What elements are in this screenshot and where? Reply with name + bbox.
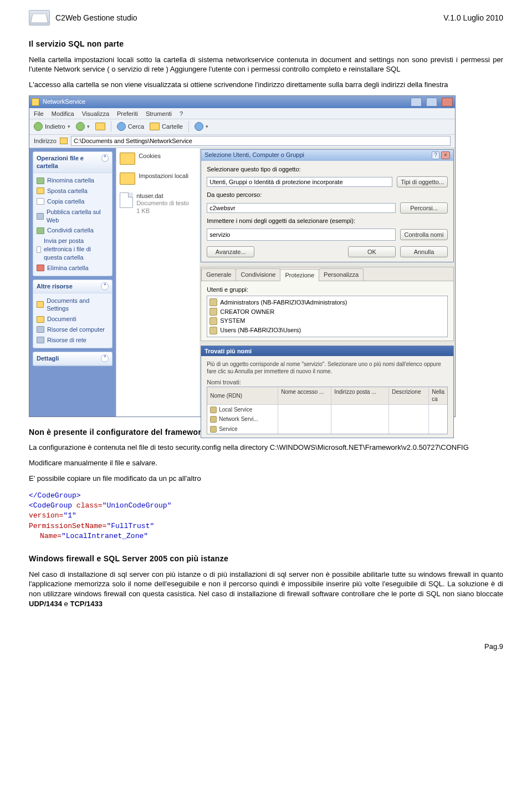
minimize-button[interactable] — [411, 98, 422, 106]
menu-view[interactable]: Visualizza — [82, 110, 109, 117]
code-val: "FullTrust" — [106, 522, 154, 530]
views-button[interactable]: ▾ — [195, 122, 208, 131]
table-row[interactable]: Local Service — [207, 405, 447, 415]
list-item: SYSTEM — [209, 316, 445, 326]
tasks-sidebar: Operazioni file e cartella˄ Rinomina car… — [29, 148, 116, 417]
panel-details-title: Dettagli — [37, 354, 59, 363]
group-icon — [209, 308, 217, 316]
section-framework-p1: La configurazione è contenuta nel file d… — [29, 443, 503, 453]
forward-button[interactable]: ▾ — [76, 122, 90, 131]
tab-security[interactable]: Protezione — [280, 269, 319, 281]
code-val: "UnionCodeGroup" — [103, 501, 172, 510]
properties-tabs: Generale Condivisione Protezione Persona… — [201, 267, 454, 341]
label-from: Da questo percorso: — [207, 191, 448, 199]
copy-icon — [37, 198, 44, 205]
tab-sharing[interactable]: Condivisione — [236, 268, 280, 281]
locations-button[interactable]: Percorsi... — [400, 202, 448, 214]
tab-customize[interactable]: Personalizza — [319, 268, 364, 281]
menu-file[interactable]: File — [34, 110, 44, 117]
ok-button[interactable]: OK — [348, 246, 396, 257]
task-rename[interactable]: Rinomina cartella — [37, 175, 109, 186]
expand-icon[interactable]: ˅ — [101, 354, 109, 362]
publish-icon — [37, 213, 44, 220]
menubar: File Modifica Visualizza Preferiti Strum… — [29, 108, 455, 119]
object-type-field: Utenti, Gruppi o Identità di protezione … — [207, 177, 392, 187]
file-icon — [120, 192, 133, 208]
menu-help[interactable]: ? — [180, 110, 183, 117]
close-icon[interactable]: × — [441, 151, 450, 159]
place-network[interactable]: Risorse di rete — [37, 335, 109, 346]
up-icon — [95, 123, 105, 130]
dialog2-title: Trovati più nomi — [201, 346, 453, 356]
col-mail[interactable]: Indirizzo posta ... — [331, 387, 389, 404]
file-list: Cookies Impostazioni locali ntuser.dat D… — [116, 148, 200, 417]
menu-edit[interactable]: Modifica — [52, 110, 74, 117]
back-button[interactable]: Indietro▾ — [34, 122, 70, 131]
col-desc[interactable]: Descrizione — [389, 387, 429, 404]
file-size: 1 KB — [136, 207, 189, 215]
names-input[interactable]: servizio — [207, 229, 396, 241]
section-sql-p2: L'accesso alla cartella se non viene vis… — [29, 80, 503, 90]
address-label: Indirizzo — [34, 137, 57, 145]
table-row[interactable]: Service — [207, 424, 447, 434]
col-access[interactable]: Nome accesso ... — [278, 387, 331, 404]
place-docsettings[interactable]: Documents and Settings — [37, 296, 109, 314]
code-attr: class= — [76, 501, 103, 510]
section-framework-p3: E' possibile copiare un file modificato … — [29, 474, 503, 484]
folder-icon — [37, 316, 44, 323]
results-grid: Nome (RDN) Nome accesso ... Indirizzo po… — [207, 387, 448, 435]
panel-details: Dettagli˅ — [33, 352, 112, 366]
col-in[interactable]: Nella ca — [429, 387, 447, 404]
window-title: NetworkService — [43, 98, 85, 106]
doc-title: C2Web Gestione studio — [55, 13, 137, 23]
close-button[interactable] — [442, 98, 453, 106]
code-line: <CodeGroup — [29, 501, 72, 510]
panel-other-title: Altre risorse — [37, 282, 73, 291]
object-types-button[interactable]: Tipi di oggetto... — [397, 176, 448, 187]
menu-favorites[interactable]: Preferiti — [117, 110, 138, 117]
tab-general[interactable]: Generale — [201, 268, 236, 281]
maximize-button[interactable] — [426, 98, 437, 106]
collapse-icon[interactable]: ˄ — [101, 154, 109, 162]
label-found: Nomi trovati: — [207, 378, 448, 387]
list-item: Administrators (NB-FABRIZIO3\Administrat… — [209, 298, 445, 307]
up-button[interactable] — [95, 123, 105, 130]
file-impostazioni-locali[interactable]: Impostazioni locali — [120, 172, 196, 185]
file-ntuser[interactable]: ntuser.dat Documento di testo 1 KB — [120, 192, 196, 215]
task-delete[interactable]: Elimina cartella — [37, 263, 109, 273]
delete-icon — [37, 265, 44, 271]
task-move[interactable]: Sposta cartella — [37, 186, 109, 196]
advanced-button[interactable]: Avanzate... — [207, 246, 254, 257]
file-name: ntuser.dat — [136, 192, 189, 200]
col-rdn[interactable]: Nome (RDN) — [207, 387, 278, 404]
table-row[interactable]: Network Servi... — [207, 414, 447, 424]
address-input[interactable] — [71, 136, 451, 146]
task-publish[interactable]: Pubblica cartella sul Web — [37, 207, 109, 226]
help-icon[interactable]: ? — [432, 151, 439, 159]
users-listbox[interactable]: Administrators (NB-FABRIZIO3\Administrat… — [207, 296, 448, 337]
section-firewall-body: Nel caso di installazione di sql server … — [29, 570, 503, 608]
network-icon — [37, 337, 44, 343]
folders-button[interactable]: Cartelle — [150, 123, 183, 131]
from-field: c2websvr — [207, 203, 396, 213]
dialog2-hint: Più di un oggetto corrisponde al nome "s… — [207, 361, 448, 375]
computer-icon — [37, 326, 44, 333]
page-header: C2Web Gestione studio V.1.0 Luglio 2010 — [29, 10, 503, 26]
place-documents[interactable]: Documenti — [37, 314, 109, 324]
folders-icon — [150, 123, 160, 130]
collapse-icon[interactable]: ˄ — [101, 282, 109, 290]
file-cookies[interactable]: Cookies — [120, 153, 196, 165]
cancel-button[interactable]: Annulla — [400, 246, 448, 257]
label-users-groups: Utenti e gruppi: — [207, 286, 448, 294]
file-type: Documento di testo — [136, 200, 189, 207]
check-names-button[interactable]: Controlla nomi — [400, 229, 448, 240]
search-button[interactable]: Cerca — [117, 122, 144, 131]
logo-icon — [29, 10, 50, 26]
place-mycomputer[interactable]: Risorse del computer — [37, 324, 109, 335]
code-val: "1" — [63, 511, 76, 520]
label-names: Immettere i nomi degli oggetti da selezi… — [207, 217, 448, 225]
task-share[interactable]: Condividi cartella — [37, 225, 109, 236]
task-email[interactable]: Invia per posta elettronica i file di qu… — [37, 236, 109, 263]
menu-tools[interactable]: Strumenti — [146, 110, 172, 117]
task-copy[interactable]: Copia cartella — [37, 196, 109, 207]
